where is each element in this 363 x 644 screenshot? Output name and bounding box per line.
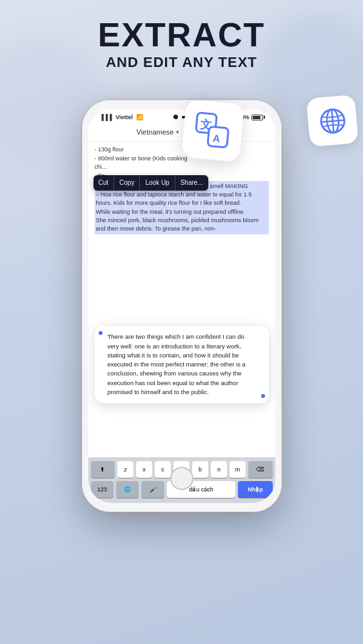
source-chevron-icon: ▾ (176, 129, 179, 135)
translate-icon: 文 A (191, 109, 233, 151)
translate-card: 文 A (181, 99, 244, 162)
cursor-handle-top (99, 331, 103, 335)
page-header: EXTRACT AND EDIT ANY TEXT (0, 18, 363, 71)
translated-text-box[interactable]: There are two things which I am confiden… (95, 326, 269, 403)
source-text-area[interactable]: - 130g flour - 800ml water or bone (Kids… (88, 142, 275, 245)
key-b[interactable]: b (192, 461, 208, 478)
carrier-name: Viettel (115, 114, 133, 120)
key-x[interactable]: x (136, 461, 152, 478)
mic-key[interactable]: 🎤 (141, 481, 164, 498)
return-key[interactable]: Nhập (238, 481, 272, 498)
svg-line-7 (331, 109, 333, 133)
globe-key[interactable]: 🌐 (116, 481, 139, 498)
key-m[interactable]: m (230, 461, 246, 478)
wifi-icon: 📶 (136, 114, 143, 120)
shift-key[interactable]: ⬆ (91, 461, 115, 478)
svg-text:A: A (212, 133, 221, 144)
share-button[interactable]: Share... (175, 175, 208, 191)
cut-button[interactable]: Cut (93, 175, 115, 191)
signal-indicator: ▐▐▐ Viettel 📶 (100, 114, 143, 120)
numbers-key[interactable]: 123 (91, 481, 113, 498)
copy-button[interactable]: Copy (114, 175, 140, 191)
globe-icon (315, 104, 349, 137)
extract-subtitle: AND EDIT ANY TEXT (0, 54, 363, 71)
key-n[interactable]: n (211, 461, 227, 478)
key-z[interactable]: z (117, 461, 133, 478)
text-line-1: - 130g flour (95, 146, 269, 154)
globe-card (306, 95, 358, 147)
battery-fill (253, 116, 260, 119)
home-button[interactable] (170, 467, 193, 490)
phone-screen: ▐▐▐ Viettel 📶 78% Vietnamese ▾ ⇆ (88, 109, 275, 503)
battery-icon (251, 115, 263, 120)
translated-text: There are two things which I am confiden… (108, 332, 256, 397)
extract-title: EXTRACT (0, 18, 363, 52)
text-line-3: chi... (95, 163, 269, 171)
phone-mockup: ▐▐▐ Viettel 📶 78% Vietnamese ▾ ⇆ (82, 100, 282, 512)
look-up-button[interactable]: Look Up (140, 175, 175, 191)
delete-key[interactable]: ⌫ (248, 461, 273, 478)
cursor-handle-bottom (261, 394, 265, 398)
language-bar[interactable]: Vietnamese ▾ ⇆ English ▾ (88, 123, 275, 142)
context-menu[interactable]: Cut Copy Look Up Share... (93, 175, 208, 191)
camera-dot (173, 115, 178, 119)
source-language-select[interactable]: Vietnamese ▾ (137, 128, 180, 136)
status-bar: ▐▐▐ Viettel 📶 78% (88, 109, 275, 123)
text-line-2: - 800ml water or bone (Kids cooking (95, 155, 269, 163)
source-language-label: Vietnamese (137, 128, 174, 136)
key-c[interactable]: c (155, 461, 171, 478)
